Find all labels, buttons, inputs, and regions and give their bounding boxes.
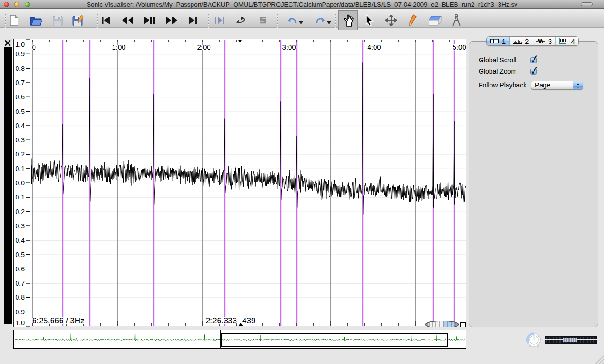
svg-text:3:00: 3:00	[282, 43, 296, 51]
svg-text:0.5: 0.5	[16, 251, 25, 259]
svg-text:1.0: 1.0	[16, 41, 25, 48]
svg-text:439: 439	[242, 316, 255, 325]
svg-text:0.3: 0.3	[16, 136, 25, 144]
svg-text:0.2: 0.2	[16, 208, 25, 216]
svg-text:4:00: 4:00	[367, 43, 381, 51]
svg-text:1.0: 1.0	[16, 319, 25, 327]
svg-text:0.2: 0.2	[16, 150, 25, 158]
svg-text:0.4: 0.4	[16, 122, 25, 130]
svg-text:1:00: 1:00	[112, 43, 125, 51]
svg-text:6:25.666 / 3Hz: 6:25.666 / 3Hz	[32, 316, 85, 325]
svg-text:2:00: 2:00	[197, 43, 210, 51]
svg-text:0.5: 0.5	[16, 108, 25, 115]
svg-text:0.7: 0.7	[16, 79, 25, 87]
svg-text:0: 0	[32, 43, 36, 51]
svg-text:0.3: 0.3	[16, 222, 25, 230]
svg-text:0.1: 0.1	[16, 193, 25, 201]
svg-text:0.1: 0.1	[16, 165, 25, 173]
svg-text:5:00: 5:00	[452, 43, 466, 51]
svg-text:0.4: 0.4	[16, 236, 25, 244]
svg-text:0.8: 0.8	[16, 294, 25, 301]
svg-text:0.6: 0.6	[16, 265, 25, 273]
svg-text:0.9: 0.9	[16, 50, 25, 58]
svg-text:0.7: 0.7	[16, 279, 25, 287]
svg-text:0.6: 0.6	[16, 93, 25, 101]
svg-text:2:26.333: 2:26.333	[206, 316, 237, 325]
svg-text:0.0: 0.0	[16, 179, 25, 187]
svg-text:0.8: 0.8	[16, 65, 25, 72]
svg-text:0.9: 0.9	[16, 308, 25, 316]
